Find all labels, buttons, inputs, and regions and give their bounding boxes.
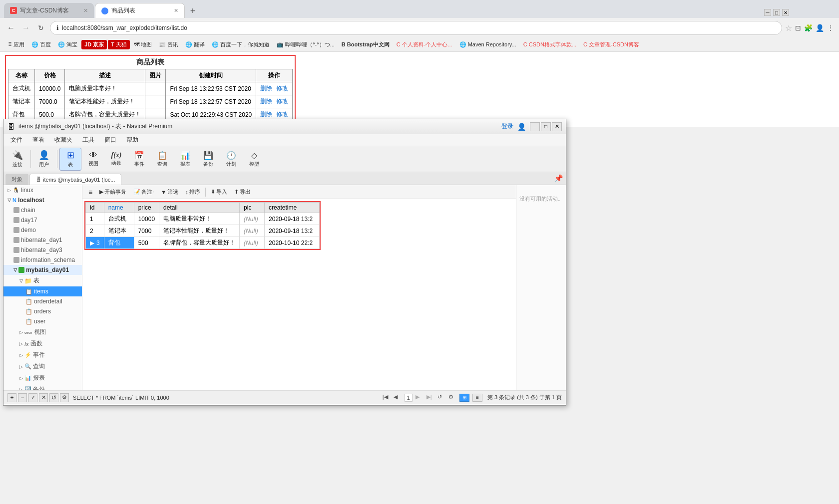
tab-object[interactable]: 对象	[5, 174, 28, 185]
csdn-font-bookmark[interactable]: C CSDN格式字体款...	[520, 40, 579, 49]
taobao-bookmark[interactable]: 🌐 淘宝	[55, 40, 80, 49]
row-edit-btn[interactable]: ✓	[28, 393, 37, 402]
forward-button[interactable]: →	[20, 22, 32, 34]
sidebar-item-backup[interactable]: ▷ 🔃 备份	[3, 384, 82, 390]
navicat-minimize[interactable]: ─	[530, 122, 540, 131]
sidebar-item-mybatis[interactable]: ▽ mybatis_day01	[3, 265, 82, 275]
account-icon[interactable]: 👤	[816, 24, 824, 32]
login-link[interactable]: 登录	[501, 122, 513, 131]
tool-report[interactable]: 📊 报表	[174, 148, 196, 171]
new-tab-button[interactable]: +	[186, 4, 200, 18]
tool-event[interactable]: 📅 事件	[128, 148, 150, 171]
tab-csdn-close[interactable]: ✕	[83, 7, 88, 14]
bootstrap-bookmark[interactable]: B Bootstrap中文网	[339, 40, 393, 49]
navicat-close[interactable]: ✕	[552, 122, 562, 131]
tab-items-data[interactable]: 🗄items @mybatis_day01 (loc...	[29, 174, 121, 185]
tool-query[interactable]: 📋 查询	[151, 148, 173, 171]
sub-begin-transaction[interactable]: ▶开始事务	[96, 187, 129, 197]
col-header-name[interactable]: name	[104, 203, 134, 213]
menu-icon[interactable]: ⋮	[827, 24, 834, 32]
nav-first[interactable]: |◀	[383, 394, 391, 402]
extension-icon[interactable]: 🧩	[804, 24, 813, 32]
menu-file[interactable]: 文件	[5, 135, 27, 145]
back-button[interactable]: ←	[5, 22, 17, 34]
translate-bookmark[interactable]: 🌐 翻译	[182, 40, 208, 49]
sidebar-item-queries[interactable]: ▷ 🔍 查询	[3, 361, 82, 372]
tool-backup[interactable]: 💾 备份	[197, 148, 219, 171]
menu-window[interactable]: 窗口	[99, 135, 121, 145]
refresh-data-btn[interactable]: ↺	[49, 393, 58, 402]
row-cancel-btn[interactable]: ✕	[39, 393, 48, 402]
cast-icon[interactable]: ⊡	[795, 24, 801, 32]
star-icon[interactable]: ☆	[785, 23, 792, 33]
nav-refresh[interactable]: ↺	[437, 394, 445, 402]
win-minimize[interactable]: ─	[764, 9, 771, 16]
delete-link-2[interactable]: 删除	[260, 98, 272, 105]
grid-view-btn[interactable]: ⊞	[459, 394, 469, 402]
baidu-bookmark[interactable]: 🌐 百度	[28, 40, 54, 49]
tool-view[interactable]: 👁 视图	[82, 148, 104, 171]
col-header-detail[interactable]: detail	[159, 203, 240, 213]
tab-items-close[interactable]: ✕	[174, 7, 178, 14]
sidebar-item-demo[interactable]: demo	[3, 225, 82, 235]
nav-last[interactable]: ▶|	[426, 394, 434, 402]
tool-connect[interactable]: 🔌 连接	[6, 148, 28, 171]
sidebar-item-info-schema[interactable]: information_schema	[3, 255, 82, 265]
tool-user[interactable]: 👤 用户	[33, 148, 55, 171]
row-add-btn[interactable]: +	[7, 393, 16, 402]
sidebar-item-items[interactable]: 📋 items	[3, 286, 82, 296]
sidebar-item-orderdetail[interactable]: 📋 orderdetail	[3, 296, 82, 306]
csdn-mgmt-bookmark[interactable]: C 文章管理-CSDN博客	[580, 40, 642, 49]
menu-help[interactable]: 帮助	[121, 135, 143, 145]
sub-menu-icon[interactable]: ≡	[85, 187, 95, 197]
sidebar-item-chain[interactable]: chain	[3, 205, 82, 215]
profile-bookmark[interactable]: C 个人资料-个人中心...	[394, 40, 455, 49]
delete-link-1[interactable]: 删除	[260, 85, 272, 92]
tool-func[interactable]: f(x) 函数	[105, 148, 127, 171]
sidebar-item-hibernate-day3[interactable]: hibernate_day3	[3, 245, 82, 255]
delete-link-3[interactable]: 删除	[260, 111, 272, 118]
sub-filter[interactable]: ▼筛选	[158, 187, 181, 197]
sidebar-item-user[interactable]: 📋 user	[3, 316, 82, 326]
tab-items[interactable]: 商品列表 ✕	[95, 3, 185, 18]
col-header-pic[interactable]: pic	[240, 203, 265, 213]
sidebar-item-events[interactable]: ▷ ⚡ 事件	[3, 349, 82, 361]
url-bar[interactable]: ℹ localhost:8080/ssm_war_exploded/items/…	[50, 21, 782, 35]
sidebar-item-day17[interactable]: day17	[3, 215, 82, 225]
maven-bookmark[interactable]: 🌐 Maven Repository...	[456, 40, 519, 49]
data-row-2[interactable]: 2 笔记本 7000 笔记本性能好，质量好！ (Null) 2020-09-18…	[86, 225, 320, 237]
sub-import[interactable]: ⬇导入	[208, 187, 230, 197]
sidebar-item-reports[interactable]: ▷ 📊 报表	[3, 372, 82, 384]
tab-pin-icon[interactable]: 📌	[554, 174, 563, 182]
sub-export[interactable]: ⬆导出	[231, 187, 254, 197]
apps-bookmark[interactable]: ⠿ 应用	[5, 40, 27, 49]
col-header-price[interactable]: price	[134, 203, 159, 213]
edit-link-3[interactable]: 修改	[276, 111, 288, 118]
win-maximize[interactable]: □	[773, 9, 780, 16]
menu-tools[interactable]: 工具	[77, 135, 99, 145]
nav-next[interactable]: ▶	[416, 394, 423, 402]
tool-schedule[interactable]: 🕐 计划	[220, 148, 242, 171]
edit-link-2[interactable]: 修改	[276, 98, 288, 105]
row-del-btn[interactable]: −	[18, 393, 27, 402]
navicat-restore[interactable]: □	[541, 122, 551, 131]
sub-sort[interactable]: ↕排序	[182, 187, 203, 197]
sidebar-item-tables-folder[interactable]: ▽ 📁 表	[3, 275, 82, 286]
map-bookmark[interactable]: 🗺 地图	[131, 40, 155, 49]
sidebar-item-linux[interactable]: ▷ 🐧 linux	[3, 185, 82, 195]
tab-csdn[interactable]: C 写文章-CSDN博客 ✕	[4, 3, 94, 18]
sidebar-item-views[interactable]: ▷ ∞∞ 视图	[3, 326, 82, 338]
data-row-1[interactable]: 1 台式机 10000 电脑质量非常好！ (Null) 2020-09-18 1…	[86, 213, 320, 225]
data-row-3[interactable]: ▶3 背包 500 名牌背包，容量大质量好！ (Null) 2020-10-10…	[86, 237, 320, 249]
col-header-createtime[interactable]: createtime	[265, 203, 320, 213]
nav-prev[interactable]: ◀	[394, 394, 402, 402]
bilibili-bookmark[interactable]: 📺 哔哩哔哩（°-°）つ...	[274, 40, 338, 49]
refresh-button[interactable]: ↻	[35, 22, 47, 34]
menu-view[interactable]: 查看	[27, 135, 49, 145]
win-close[interactable]: ✕	[782, 9, 789, 16]
jd-bookmark[interactable]: JD 京东	[81, 40, 107, 49]
tool-model[interactable]: ◇ 模型	[243, 148, 265, 171]
nav-config[interactable]: ⚙	[448, 394, 456, 402]
sidebar-item-localhost[interactable]: ▽ N localhost	[3, 195, 82, 205]
col-header-id[interactable]: id	[86, 203, 104, 213]
